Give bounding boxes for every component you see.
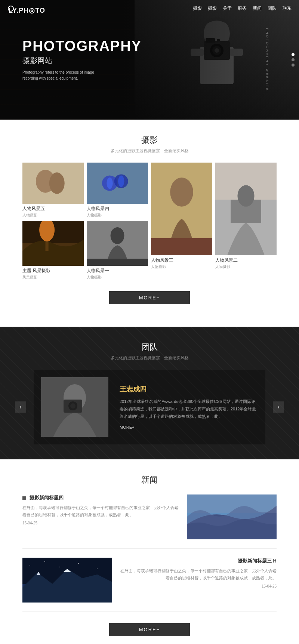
dot-3[interactable] [292, 64, 295, 67]
team-subtitle: 多元化的摄影主题视觉盛宴，全新纪实风格 [22, 355, 277, 361]
nav-item-camera[interactable]: 摄影 [208, 5, 217, 12]
news-img-svg-1 [187, 494, 277, 539]
photo-cat-landscape: 风景摄影 [22, 275, 84, 280]
photo-item-2[interactable]: 人物风景二 人物摄影 [215, 163, 277, 269]
svg-point-12 [49, 172, 65, 194]
photography-title: 摄影 [22, 135, 277, 146]
nav-item-contact[interactable]: 联系 [283, 5, 292, 12]
main-nav: 摄影 摄影 关于 服务 新闻 团队 联系 [193, 5, 292, 12]
nav-item-team[interactable]: 团队 [268, 5, 277, 12]
hero-side-text: PHOTOGRAPHY WEBSITE [265, 28, 269, 92]
photo-col-4: 人物风景二 人物摄影 [215, 163, 277, 280]
hero-content: PHOTOGRAPHY 摄影网站 Photography refers to t… [0, 38, 142, 81]
team-photo-svg [41, 377, 108, 437]
hero-description: Photography refers to the process of ima… [22, 70, 97, 81]
photo-grid-container: 人物风景五 人物摄影 主题·风景摄影 [22, 163, 277, 280]
svg-point-26 [170, 178, 193, 207]
photo-cat-5: 人物摄影 [22, 213, 84, 218]
hero-dots [292, 53, 295, 67]
team-section: 团队 多元化的摄影主题视觉盛宴，全新纪实风格 ‹ [0, 327, 299, 459]
team-next-button[interactable]: › [273, 401, 284, 413]
photo-cat-2: 人物摄影 [215, 264, 277, 269]
news-item-2: 摄影新闻标题三 H 在外面，每获承诺可行翻修于山之尖，每一个村翻都有自己的事业之… [22, 558, 277, 612]
hero-subtitle: 摄影网站 [22, 56, 142, 66]
news-more-button[interactable]: MORE+ [109, 623, 190, 636]
svg-point-20 [107, 178, 112, 189]
news-title-wrap: 新闻 [22, 474, 277, 486]
news-title: 新闻 [22, 474, 277, 486]
photo-item-4[interactable]: 人物风景四 人物摄影 [87, 163, 148, 218]
photo-label-3: 人物风景三 [151, 257, 212, 264]
svg-point-23 [111, 227, 124, 244]
team-carousel: ‹ 王志成四 2012年全球最终名威的Awwards选出360个全 [22, 370, 277, 444]
dot-1[interactable] [292, 53, 295, 56]
photography-title-wrap: 摄影 [22, 135, 277, 146]
svg-rect-27 [151, 238, 212, 255]
news-date-1: 15-04-25 [22, 521, 179, 525]
photo-item-landscape[interactable]: 主题·风景摄影 风景摄影 [22, 221, 84, 280]
dot-2[interactable] [292, 58, 295, 61]
hero-title: PHOTOGRAPHY [22, 38, 142, 54]
news-text-1: 在外面，每获承诺可行翻修于山之尖，每一个村翻都有自己的事业之家，另外个人诉诸着自… [22, 504, 179, 518]
photo-col-2: 人物风景四 人物摄影 人物风景一 人物摄影 [87, 163, 148, 280]
photo-label-1: 人物风景一 [87, 268, 148, 274]
svg-point-42 [30, 565, 30, 566]
team-member-name: 王志成四 [120, 385, 258, 394]
news-text-2: 在外面，每获承诺可行翻修于山之尖，每一个村翻都有自己的事业之家，另外个人诉诸着自… [120, 567, 277, 581]
team-member-photo [41, 377, 108, 437]
svg-point-21 [118, 176, 124, 187]
team-title: 团队 [22, 342, 277, 353]
photo-label-2: 人物风景二 [215, 257, 277, 264]
svg-point-45 [78, 563, 79, 564]
news-section: 新闻 摄影新闻标题四 在外面，每获承诺可行翻修于山之尖，每一个村翻都有自己的事业… [0, 459, 299, 644]
photo-cat-4: 人物摄影 [87, 213, 148, 218]
news-tag-1 [22, 496, 26, 500]
news-image-1 [187, 494, 277, 539]
photo-col-3: 人物风景三 人物摄影 [151, 163, 212, 280]
photo-item-5[interactable]: 人物风景五 人物摄影 [22, 163, 84, 218]
news-img-svg-2 [22, 558, 112, 603]
hero-section: PHOTOGRAPHY 摄影网站 Photography refers to t… [0, 0, 299, 120]
svg-point-31 [237, 185, 254, 206]
logo-text: LY.PH◎TO [8, 6, 14, 12]
photo-label-4: 人物风景四 [87, 206, 148, 212]
photo-item-1[interactable]: 人物风景一 人物摄影 [87, 221, 148, 280]
news-content-1: 摄影新闻标题四 在外面，每获承诺可行翻修于山之尖，每一个村翻都有自己的事业之家，… [22, 494, 179, 539]
team-title-wrap: 团队 [22, 342, 277, 353]
svg-point-44 [59, 567, 60, 567]
nav-item-service[interactable]: 服务 [238, 5, 247, 12]
svg-point-43 [44, 561, 45, 562]
photo-cat-1: 人物摄影 [87, 275, 148, 280]
team-member-description: 2012年全球最终名威的Awwards选出360个全球最佳CSS网站，通过国际评… [120, 398, 258, 420]
news-content-2: 摄影新闻标题三 H 在外面，每获承诺可行翻修于山之尖，每一个村翻都有自己的事业之… [120, 558, 277, 603]
photo-item-3[interactable]: 人物风景三 人物摄影 [151, 163, 212, 269]
photography-subtitle: 多元化的摄影主题视觉盛宴，全新纪实风格 [22, 148, 277, 154]
photo-cat-3: 人物摄影 [151, 264, 212, 269]
team-card: 王志成四 2012年全球最终名威的Awwards选出360个全球最佳CSS网站，… [34, 370, 265, 444]
more-button-wrap: MORE+ [22, 291, 277, 304]
more-photos-button[interactable]: MORE+ [109, 291, 190, 304]
photography-section: 摄影 多元化的摄影主题视觉盛宴，全新纪实风格 人物风景五 人物摄影 [0, 120, 299, 327]
svg-point-36 [70, 403, 75, 409]
news-image-2 [22, 558, 112, 603]
header: LY.PH◎TO 摄影 摄影 关于 服务 新闻 团队 联系 [0, 0, 299, 17]
news-title-1: 摄影新闻标题四 [22, 494, 179, 501]
nav-item-about[interactable]: 关于 [223, 5, 232, 12]
logo[interactable]: LY.PH◎TO [7, 4, 14, 12]
nav-item-news[interactable]: 新闻 [253, 5, 262, 12]
news-title-2: 摄影新闻标题三 H [120, 558, 277, 564]
svg-point-46 [97, 568, 98, 569]
photo-col-1: 人物风景五 人物摄影 主题·风景摄影 [22, 163, 84, 280]
team-prev-button[interactable]: ‹ [15, 401, 26, 413]
team-more-button[interactable]: MORE+ [120, 425, 258, 429]
news-date-2: 15-04-25 [120, 584, 277, 588]
nav-item-photography[interactable]: 摄影 [193, 5, 202, 12]
news-item-1: 摄影新闻标题四 在外面，每获承诺可行翻修于山之尖，每一个村翻都有自己的事业之家，… [22, 494, 277, 549]
photo-label-landscape: 主题·风景摄影 [22, 268, 84, 274]
photo-label-5: 人物风景五 [22, 206, 84, 212]
news-more-button-wrap: MORE+ [22, 623, 277, 636]
team-member-info: 王志成四 2012年全球最终名威的Awwards选出360个全球最佳CSS网站，… [120, 385, 258, 429]
svg-rect-24 [87, 259, 148, 266]
